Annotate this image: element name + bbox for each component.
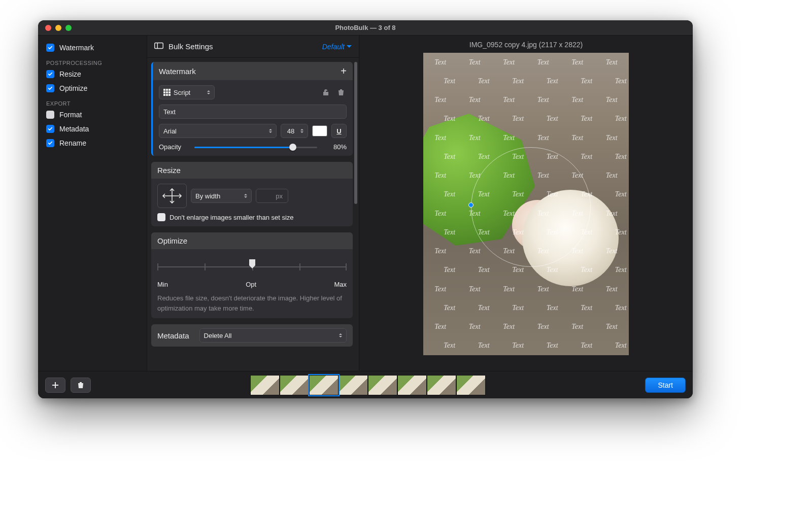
sidebar: Watermark POSTPROCESSING Resize Optimize… (38, 36, 147, 371)
sidebar-item-optimize[interactable]: Optimize (45, 81, 140, 95)
thumbnail[interactable] (368, 375, 397, 395)
watermark-text: Text (606, 58, 618, 66)
sidebar-item-resize[interactable]: Resize (45, 67, 140, 81)
optimize-note: Reduces file size, doesn't deteriorate t… (157, 293, 347, 313)
watermark-text: Text (547, 77, 558, 85)
watermark-text: Text (581, 266, 592, 274)
font-size-select[interactable]: 48 (281, 124, 308, 138)
watermark-text: Text (581, 342, 592, 350)
panel-title: Watermark (159, 67, 196, 76)
watermark-text: Text (434, 134, 446, 142)
watermark-text: Text (434, 323, 446, 331)
add-images-button[interactable] (45, 378, 65, 393)
scrollbar[interactable] (354, 62, 357, 204)
watermark-text: Text (606, 323, 618, 331)
checkbox-resize[interactable] (46, 70, 54, 78)
thumbnail-strip (96, 375, 640, 395)
panel-watermark: Watermark + Script (151, 62, 353, 156)
checkbox-optimize[interactable] (46, 84, 54, 92)
preview-filename: IMG_0952 copy 4.jpg (2117 x 2822) (469, 41, 583, 49)
checkbox-no-enlarge[interactable] (157, 213, 165, 221)
watermark-text: Text (615, 266, 627, 274)
watermark-text: Text (469, 323, 481, 331)
watermark-text: Text (478, 77, 490, 85)
watermark-text: Text (478, 115, 490, 123)
svg-rect-0 (155, 43, 163, 48)
underline-toggle[interactable]: U (331, 124, 347, 138)
thumbnail[interactable] (250, 375, 280, 395)
watermark-text: Text (571, 285, 583, 293)
opacity-label: Opacity (159, 143, 187, 151)
footer: Start (38, 371, 693, 398)
sidebar-item-rename[interactable]: Rename (45, 136, 140, 150)
sidebar-label: Resize (59, 70, 81, 78)
sidebar-group-export: EXPORT (46, 100, 139, 107)
sidebar-item-format[interactable]: Format (45, 108, 140, 122)
resize-mode-select[interactable]: By width (191, 189, 252, 203)
resize-dimensions-icon[interactable] (157, 184, 187, 208)
sidebar-label: Optimize (59, 84, 87, 92)
remove-images-button[interactable] (71, 378, 91, 393)
thumbnail[interactable] (427, 375, 456, 395)
opacity-slider[interactable] (194, 144, 317, 151)
watermark-text: Text (615, 115, 627, 123)
panel-title: Optimize (157, 236, 187, 245)
watermark-text: Text (444, 77, 455, 85)
settings-scroll[interactable]: Watermark + Script (147, 58, 359, 371)
watermark-text: Text (606, 210, 618, 218)
watermark-text: Text (512, 115, 524, 123)
checkbox-rename[interactable] (46, 139, 54, 147)
pattern-icon (163, 89, 171, 96)
layout-panels-icon[interactable] (154, 42, 163, 51)
watermark-text: Text (606, 285, 618, 293)
watermark-text: Text (478, 266, 490, 274)
trash-icon[interactable] (335, 87, 347, 98)
optimize-slider-handle[interactable] (248, 259, 256, 269)
watermark-text: Text (571, 134, 583, 142)
panel-title: Metadata (157, 331, 189, 340)
watermark-text: Text (503, 58, 515, 66)
watermark-text: Text (444, 115, 455, 123)
watermark-text: Text (512, 77, 524, 85)
unlock-icon[interactable] (320, 87, 331, 98)
preset-dropdown[interactable]: Default (322, 43, 352, 51)
sidebar-item-metadata[interactable]: Metadata (45, 122, 140, 136)
watermark-text: Text (547, 266, 558, 274)
thumbnail[interactable] (280, 375, 309, 395)
watermark-radius-guide[interactable] (471, 147, 591, 267)
no-enlarge-label: Don't enlarge images smaller than set si… (170, 214, 294, 221)
panel-resize: Resize By width (151, 162, 353, 226)
watermark-text: Text (512, 342, 524, 350)
watermark-text: Text (503, 134, 515, 142)
watermark-text: Text (512, 266, 524, 274)
sidebar-item-watermark[interactable]: Watermark (45, 41, 140, 55)
color-swatch[interactable] (312, 125, 327, 137)
watermark-type-select[interactable]: Script (159, 85, 215, 99)
watermark-text: Text (615, 153, 627, 161)
watermark-anchor-handle[interactable] (468, 202, 473, 208)
watermark-text: Text (469, 96, 481, 104)
checkbox-format[interactable] (46, 111, 54, 119)
watermark-text: Text (478, 304, 490, 312)
thumbnail[interactable] (309, 375, 339, 395)
panel-title: Resize (157, 166, 181, 175)
metadata-action-select[interactable]: Delete All (199, 328, 347, 343)
preview-pane: IMG_0952 copy 4.jpg (2117 x 2822) TextTe… (359, 36, 693, 371)
watermark-text: Text (606, 247, 618, 255)
watermark-text-input[interactable]: Text (159, 105, 347, 119)
preview-canvas[interactable]: TextTextTextTextTextTextTextTextTextText… (423, 53, 629, 355)
thumbnail[interactable] (397, 375, 427, 395)
thumbnail[interactable] (456, 375, 486, 395)
thumbnail[interactable] (339, 375, 368, 395)
watermark-text: Text (434, 96, 446, 104)
checkbox-watermark[interactable] (46, 44, 54, 52)
watermark-text: Text (434, 210, 446, 218)
font-family-select[interactable]: Arial (159, 124, 277, 138)
start-button[interactable]: Start (645, 378, 686, 393)
watermark-text: Text (615, 77, 627, 85)
add-watermark-button[interactable]: + (341, 66, 347, 76)
checkbox-metadata[interactable] (46, 125, 54, 133)
resize-value-input[interactable]: px (256, 189, 288, 203)
watermark-text: Text (444, 228, 455, 236)
optimize-slider[interactable] (157, 257, 347, 282)
